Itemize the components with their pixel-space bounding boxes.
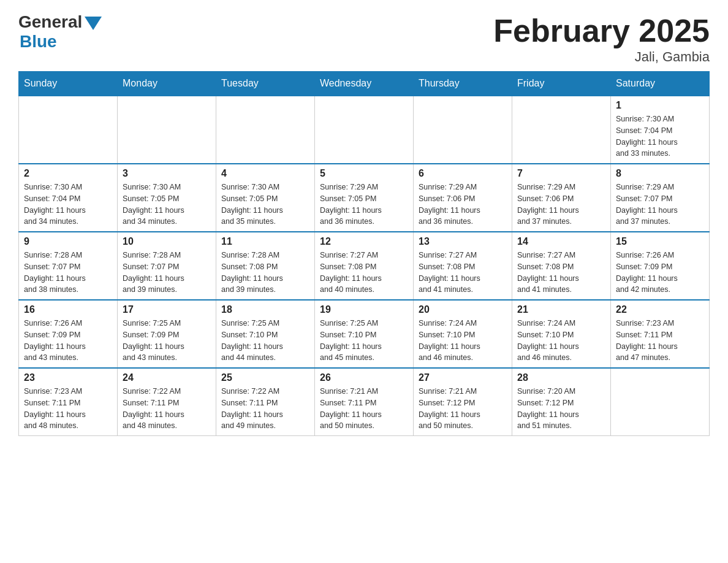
- day-info: Sunrise: 7:27 AMSunset: 7:08 PMDaylight:…: [320, 250, 408, 296]
- day-number: 19: [320, 304, 408, 315]
- calendar-week-2: 2Sunrise: 7:30 AMSunset: 7:04 PMDaylight…: [19, 164, 710, 232]
- calendar-day: 18Sunrise: 7:25 AMSunset: 7:10 PMDayligh…: [216, 300, 315, 368]
- day-info: Sunrise: 7:29 AMSunset: 7:05 PMDaylight:…: [320, 182, 408, 228]
- calendar-day: 15Sunrise: 7:26 AMSunset: 7:09 PMDayligh…: [611, 232, 710, 300]
- calendar-day: 24Sunrise: 7:22 AMSunset: 7:11 PMDayligh…: [118, 368, 216, 436]
- calendar-day: 8Sunrise: 7:29 AMSunset: 7:07 PMDaylight…: [611, 164, 710, 232]
- day-info: Sunrise: 7:21 AMSunset: 7:11 PMDaylight:…: [320, 386, 408, 432]
- calendar-day: 2Sunrise: 7:30 AMSunset: 7:04 PMDaylight…: [19, 164, 118, 232]
- calendar-day: [512, 96, 611, 164]
- calendar-week-3: 9Sunrise: 7:28 AMSunset: 7:07 PMDaylight…: [19, 232, 710, 300]
- day-number: 27: [419, 372, 507, 383]
- calendar-day: 28Sunrise: 7:20 AMSunset: 7:12 PMDayligh…: [512, 368, 611, 436]
- day-number: 3: [123, 168, 211, 179]
- day-info: Sunrise: 7:26 AMSunset: 7:09 PMDaylight:…: [616, 250, 704, 296]
- day-info: Sunrise: 7:30 AMSunset: 7:05 PMDaylight:…: [123, 182, 211, 228]
- day-number: 18: [221, 304, 309, 315]
- calendar-day: 9Sunrise: 7:28 AMSunset: 7:07 PMDaylight…: [19, 232, 118, 300]
- day-number: 11: [221, 236, 309, 247]
- calendar-day: 14Sunrise: 7:27 AMSunset: 7:08 PMDayligh…: [512, 232, 611, 300]
- day-info: Sunrise: 7:21 AMSunset: 7:12 PMDaylight:…: [419, 386, 507, 432]
- calendar-day: [216, 96, 315, 164]
- calendar-week-4: 16Sunrise: 7:26 AMSunset: 7:09 PMDayligh…: [19, 300, 710, 368]
- day-number: 26: [320, 372, 408, 383]
- calendar-day: 16Sunrise: 7:26 AMSunset: 7:09 PMDayligh…: [19, 300, 118, 368]
- day-info: Sunrise: 7:28 AMSunset: 7:07 PMDaylight:…: [24, 250, 112, 296]
- day-number: 25: [221, 372, 309, 383]
- day-number: 24: [123, 372, 211, 383]
- day-info: Sunrise: 7:22 AMSunset: 7:11 PMDaylight:…: [221, 386, 309, 432]
- calendar-day: 26Sunrise: 7:21 AMSunset: 7:11 PMDayligh…: [315, 368, 414, 436]
- day-number: 21: [517, 304, 605, 315]
- day-number: 20: [419, 304, 507, 315]
- calendar-day: 13Sunrise: 7:27 AMSunset: 7:08 PMDayligh…: [414, 232, 512, 300]
- calendar-day: [19, 96, 118, 164]
- calendar-day: 7Sunrise: 7:29 AMSunset: 7:06 PMDaylight…: [512, 164, 611, 232]
- day-info: Sunrise: 7:26 AMSunset: 7:09 PMDaylight:…: [24, 318, 112, 364]
- day-header-tuesday: Tuesday: [216, 72, 315, 96]
- day-info: Sunrise: 7:24 AMSunset: 7:10 PMDaylight:…: [517, 318, 605, 364]
- calendar-day: 23Sunrise: 7:23 AMSunset: 7:11 PMDayligh…: [19, 368, 118, 436]
- calendar-day: 1Sunrise: 7:30 AMSunset: 7:04 PMDaylight…: [611, 96, 710, 164]
- day-info: Sunrise: 7:23 AMSunset: 7:11 PMDaylight:…: [616, 318, 704, 364]
- calendar-day: 5Sunrise: 7:29 AMSunset: 7:05 PMDaylight…: [315, 164, 414, 232]
- day-info: Sunrise: 7:23 AMSunset: 7:11 PMDaylight:…: [24, 386, 112, 432]
- day-info: Sunrise: 7:20 AMSunset: 7:12 PMDaylight:…: [517, 386, 605, 432]
- calendar-day: 27Sunrise: 7:21 AMSunset: 7:12 PMDayligh…: [414, 368, 512, 436]
- day-number: 12: [320, 236, 408, 247]
- day-info: Sunrise: 7:29 AMSunset: 7:06 PMDaylight:…: [419, 182, 507, 228]
- page-header: General Blue February 2025 Jali, Gambia: [18, 12, 710, 65]
- day-info: Sunrise: 7:29 AMSunset: 7:07 PMDaylight:…: [616, 182, 704, 228]
- day-number: 28: [517, 372, 605, 383]
- day-info: Sunrise: 7:30 AMSunset: 7:04 PMDaylight:…: [24, 182, 112, 228]
- day-info: Sunrise: 7:28 AMSunset: 7:07 PMDaylight:…: [123, 250, 211, 296]
- calendar-day: [611, 368, 710, 436]
- calendar-day: 20Sunrise: 7:24 AMSunset: 7:10 PMDayligh…: [414, 300, 512, 368]
- calendar-day: 6Sunrise: 7:29 AMSunset: 7:06 PMDaylight…: [414, 164, 512, 232]
- logo-triangle-icon: [85, 17, 102, 30]
- day-info: Sunrise: 7:25 AMSunset: 7:10 PMDaylight:…: [320, 318, 408, 364]
- calendar-day: 3Sunrise: 7:30 AMSunset: 7:05 PMDaylight…: [118, 164, 216, 232]
- day-header-sunday: Sunday: [19, 72, 118, 96]
- calendar-day: 12Sunrise: 7:27 AMSunset: 7:08 PMDayligh…: [315, 232, 414, 300]
- calendar-day: 11Sunrise: 7:28 AMSunset: 7:08 PMDayligh…: [216, 232, 315, 300]
- calendar-week-1: 1Sunrise: 7:30 AMSunset: 7:04 PMDaylight…: [19, 96, 710, 164]
- day-number: 9: [24, 236, 112, 247]
- calendar-day: 19Sunrise: 7:25 AMSunset: 7:10 PMDayligh…: [315, 300, 414, 368]
- day-info: Sunrise: 7:24 AMSunset: 7:10 PMDaylight:…: [419, 318, 507, 364]
- logo-general-text: General: [18, 12, 82, 32]
- day-number: 14: [517, 236, 605, 247]
- day-number: 15: [616, 236, 704, 247]
- day-header-friday: Friday: [512, 72, 611, 96]
- day-info: Sunrise: 7:27 AMSunset: 7:08 PMDaylight:…: [517, 250, 605, 296]
- title-section: February 2025 Jali, Gambia: [493, 12, 710, 65]
- logo: General Blue: [18, 12, 102, 52]
- calendar-table: SundayMondayTuesdayWednesdayThursdayFrid…: [18, 71, 710, 436]
- day-info: Sunrise: 7:27 AMSunset: 7:08 PMDaylight:…: [419, 250, 507, 296]
- day-info: Sunrise: 7:25 AMSunset: 7:10 PMDaylight:…: [221, 318, 309, 364]
- day-number: 16: [24, 304, 112, 315]
- day-header-monday: Monday: [118, 72, 216, 96]
- day-info: Sunrise: 7:28 AMSunset: 7:08 PMDaylight:…: [221, 250, 309, 296]
- day-header-saturday: Saturday: [611, 72, 710, 96]
- day-number: 17: [123, 304, 211, 315]
- month-title: February 2025: [493, 12, 710, 49]
- day-number: 22: [616, 304, 704, 315]
- day-number: 7: [517, 168, 605, 179]
- day-number: 2: [24, 168, 112, 179]
- logo-blue-text: Blue: [20, 32, 57, 52]
- day-info: Sunrise: 7:29 AMSunset: 7:06 PMDaylight:…: [517, 182, 605, 228]
- day-info: Sunrise: 7:22 AMSunset: 7:11 PMDaylight:…: [123, 386, 211, 432]
- day-info: Sunrise: 7:30 AMSunset: 7:04 PMDaylight:…: [616, 113, 704, 159]
- day-info: Sunrise: 7:25 AMSunset: 7:09 PMDaylight:…: [123, 318, 211, 364]
- calendar-day: [118, 96, 216, 164]
- day-header-thursday: Thursday: [414, 72, 512, 96]
- day-info: Sunrise: 7:30 AMSunset: 7:05 PMDaylight:…: [221, 182, 309, 228]
- day-number: 10: [123, 236, 211, 247]
- calendar-day: [315, 96, 414, 164]
- day-header-wednesday: Wednesday: [315, 72, 414, 96]
- calendar-day: 17Sunrise: 7:25 AMSunset: 7:09 PMDayligh…: [118, 300, 216, 368]
- day-number: 6: [419, 168, 507, 179]
- calendar-day: 10Sunrise: 7:28 AMSunset: 7:07 PMDayligh…: [118, 232, 216, 300]
- calendar-week-5: 23Sunrise: 7:23 AMSunset: 7:11 PMDayligh…: [19, 368, 710, 436]
